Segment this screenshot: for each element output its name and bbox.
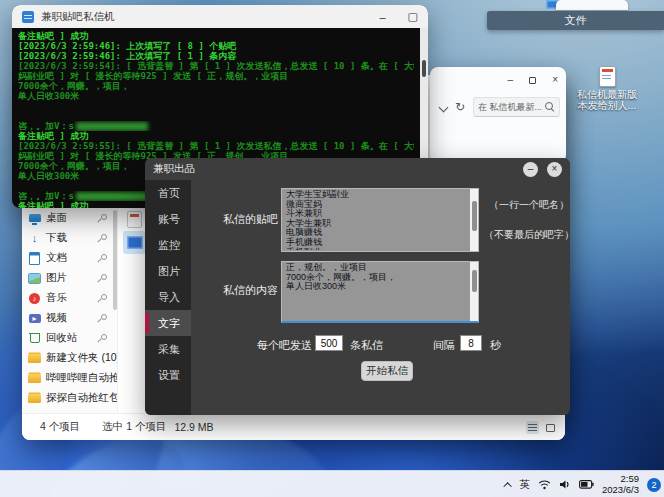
ime-indicator[interactable]: 英 <box>520 478 531 492</box>
sidebar-item-recycle[interactable]: 回收站 <box>22 328 117 348</box>
sidebar-item-folder[interactable]: 探探自动抢红包 <box>22 388 117 408</box>
battery-icon[interactable] <box>579 480 594 489</box>
sidebar-item-folder[interactable]: 新建文件夹 (10) <box>22 348 117 368</box>
file-item-text-file[interactable] <box>127 211 142 228</box>
pin-icon <box>99 314 108 323</box>
tab-导入[interactable]: 导入 <box>145 284 191 310</box>
chevron-up-icon[interactable] <box>503 482 511 490</box>
tab-设置[interactable]: 设置 <box>145 362 191 388</box>
terminal-line <box>18 111 414 121</box>
tab-账号[interactable]: 账号 <box>145 206 191 232</box>
file-item-selected[interactable] <box>123 231 146 254</box>
pictures-icon <box>28 272 41 285</box>
sidebar-item-label: 回收站 <box>46 331 78 345</box>
thumbnail-view-button[interactable] <box>544 421 557 434</box>
desktop-shortcut[interactable]: 私信机最新版 本发给别人... <box>571 66 643 111</box>
speaker-icon[interactable] <box>559 479 571 490</box>
minimize-button[interactable]: – <box>379 11 385 23</box>
wifi-icon[interactable] <box>538 479 551 490</box>
mini-explorer-titlebar[interactable]: – × <box>430 67 566 93</box>
sidebar-item-pictures[interactable]: 图片 <box>22 268 117 288</box>
hint-no-ba-suffix: （不要最后的吧字） <box>484 228 570 242</box>
start-private-message-button[interactable]: 开始私信 <box>361 361 413 381</box>
content-field-label: 私信的内容 <box>223 283 278 298</box>
explorer-statusbar: 4 个项目 选中 1 个项目 12.9 MB <box>22 413 565 440</box>
terminal-line: [2023/6/3 2:59:55]: [ 迅背盖替 ] 第 [ 1 ] 次发送… <box>18 141 414 151</box>
sidebar-item-download[interactable]: 下载 <box>22 228 117 248</box>
mini-explorer-window: – × ↻ 在 私信机最新... <box>430 67 566 163</box>
close-button[interactable]: × <box>547 162 562 177</box>
chevron-down-icon[interactable] <box>439 102 449 112</box>
interval-label: 间隔 <box>433 338 455 353</box>
video-icon <box>28 312 41 325</box>
minimize-button[interactable]: – <box>523 162 538 177</box>
censored-blur <box>76 122 148 131</box>
interval-input[interactable] <box>460 335 482 351</box>
terminal-titlebar[interactable]: 兼职贴吧私信机 – ▢ <box>12 5 428 28</box>
app-title: 兼职出品 <box>153 162 514 176</box>
send-count-suffix: 条私信 <box>350 338 383 353</box>
sidebar-item-label: 哔哩哔哩自动抢红包 <box>46 371 118 385</box>
sidebar-item-label: 探探自动抢红包 <box>46 391 118 405</box>
scrollbar-thumb[interactable] <box>472 201 477 231</box>
content-textarea[interactable]: 正，规创。，业项目 7000余个，网赚。，项目， 单人日收300米 <box>281 261 479 323</box>
close-button[interactable]: × <box>552 75 558 85</box>
app-tab-list: 首页账号监控图片导入文字采集设置 <box>145 180 191 415</box>
pin-icon <box>99 294 108 303</box>
content-textarea-scrollbar[interactable] <box>470 262 478 321</box>
tab-采集[interactable]: 采集 <box>145 336 191 362</box>
thumbnail-view-icon <box>546 424 555 432</box>
sidebar-item-document[interactable]: 文档 <box>22 248 117 268</box>
sidebar-item-music[interactable]: 音乐 <box>22 288 117 308</box>
sidebar-item-label: 桌面 <box>46 211 67 225</box>
terminal-line: 备注贴吧 ] 成功 <box>18 131 414 141</box>
app-file-icon <box>127 236 143 249</box>
send-count-input[interactable] <box>315 335 343 351</box>
terminal-line: 7000余个，网赚。，项目， <box>18 81 414 91</box>
sidebar-item-label: 下载 <box>46 231 67 245</box>
folder-icon <box>28 372 41 385</box>
sidebar-item-folder[interactable]: 哔哩哔哩自动抢红包 <box>22 368 117 388</box>
list-view-button[interactable] <box>526 421 539 434</box>
tab-首页[interactable]: 首页 <box>145 180 191 206</box>
taskbar: 英 2:59 2023/6/3 2 <box>0 470 664 497</box>
sidebar-item-desktop[interactable]: 桌面 <box>22 208 117 228</box>
refresh-icon[interactable]: ↻ <box>455 100 465 114</box>
bars-textarea-scrollbar[interactable] <box>470 189 478 251</box>
folder-icon <box>28 392 41 405</box>
maximize-button[interactable]: ▢ <box>408 10 418 23</box>
maximize-button[interactable] <box>529 77 536 84</box>
scrollbar-thumb[interactable] <box>422 60 426 77</box>
tab-监控[interactable]: 监控 <box>145 232 191 258</box>
status-item-count: 4 个项目 <box>40 420 80 434</box>
sidebar-scrollbar[interactable] <box>113 210 117 310</box>
music-icon <box>28 292 41 305</box>
file-menu-bar[interactable]: 文件 <box>487 11 664 30</box>
scrollbar-thumb[interactable] <box>472 270 477 292</box>
status-selected-size: 12.9 MB <box>174 421 213 433</box>
terminal-line: 咨，。加V：s <box>18 121 414 131</box>
search-text: 在 私信机最新... <box>478 101 545 114</box>
system-tray: 英 2:59 2023/6/3 2 <box>506 471 661 497</box>
desktop-shortcut-label: 私信机最新版 本发给别人... <box>571 89 643 111</box>
app-grid-icon <box>22 11 34 23</box>
sidebar-item-label: 视频 <box>46 311 67 325</box>
notification-badge[interactable]: 2 <box>647 478 661 492</box>
search-input[interactable]: 在 私信机最新... <box>473 97 560 117</box>
minimize-button[interactable]: – <box>508 75 514 85</box>
sidebar-item-label: 文档 <box>46 251 67 265</box>
file-menu-item[interactable]: 文件 <box>565 13 587 28</box>
clock[interactable]: 2:59 2023/6/3 <box>602 474 639 495</box>
hint-one-per-line: （一行一个吧名） <box>489 198 569 212</box>
app-titlebar[interactable]: 兼职出品 – × <box>145 158 570 180</box>
pin-icon <box>99 214 108 223</box>
mini-explorer-toolbar: ↻ 在 私信机最新... <box>430 93 566 121</box>
bars-textarea[interactable]: 大学生宝妈副业 微商宝妈 斗米兼职 大学生兼职 电脑赚钱 手机赚钱 手机副业 <box>281 188 479 252</box>
tab-文字[interactable]: 文字 <box>145 310 191 336</box>
content-textarea-value: 正，规创。，业项目 7000余个，网赚。，项目， 单人日收300米 <box>286 263 469 320</box>
tab-图片[interactable]: 图片 <box>145 258 191 284</box>
pin-icon <box>99 254 108 263</box>
terminal-line: [2023/6/3 2:59:54]: [ 迅背盖替 ] 第 [ 1 ] 次发送… <box>18 61 414 71</box>
sidebar-item-video[interactable]: 视频 <box>22 308 117 328</box>
terminal-line: [2023/6/3 2:59:46]: 上次填写了 [ 8 ] 个贴吧 <box>18 41 414 51</box>
